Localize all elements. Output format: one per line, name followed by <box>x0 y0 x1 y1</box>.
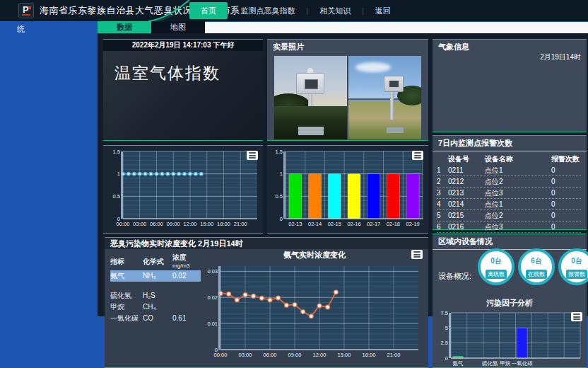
photo2-station-base <box>387 127 404 133</box>
weather-date: 2月19日14时 <box>540 52 581 62</box>
svg-text:02-16: 02-16 <box>347 221 360 227</box>
chart-menu-icon[interactable] <box>247 151 258 160</box>
site-photo-1 <box>274 56 347 139</box>
chart-menu-icon[interactable] <box>412 151 423 160</box>
datetime-banner: 2022年2月19日 14:17:03 下午好 <box>103 40 263 51</box>
site-photo-2 <box>348 56 421 139</box>
top-bar: P 海南省乐东黎族自治县大气恶臭状况实时发布系 首页|监测点恶臭指数|相关知识|… <box>0 0 588 21</box>
svg-text:0.5: 0.5 <box>276 193 283 200</box>
app-title-overflow: 统 <box>17 24 25 35</box>
photo2-ground <box>348 101 421 139</box>
daily-index-bar-chart-panel: 00.511.502-1302-1402-1502-1602-1702-1802… <box>267 145 428 234</box>
svg-text:03:00: 03:00 <box>133 221 146 227</box>
pollutant-table-row[interactable]: 甲烷CH₄ <box>110 301 201 313</box>
svg-text:0: 0 <box>445 355 448 362</box>
svg-text:02-18: 02-18 <box>387 221 400 227</box>
tab-2[interactable]: 地图 <box>151 21 205 33</box>
svg-text:02-13: 02-13 <box>288 221 302 227</box>
nav-item-2[interactable]: 监测点恶臭指数 <box>230 2 307 19</box>
photo1-station-base <box>298 127 324 135</box>
svg-text:0.03: 0.03 <box>207 268 218 275</box>
svg-text:7.5: 7.5 <box>441 310 448 316</box>
pollution-factor-title: 污染因子分析 <box>433 298 587 309</box>
device-stat-count: 6台 <box>521 256 552 266</box>
pollutant-concentration-panel: 恶臭污染物实时浓度变化 2月19日14时 指标化学式浓度mg/m3氨气NH₃0.… <box>105 237 428 368</box>
nav-item-1[interactable]: 首页 <box>189 2 228 19</box>
svg-text:氨气: 氨气 <box>453 360 464 367</box>
device-status-panel: 区域内设备情况 设备概况: 0台离线数6台在线数0台报警数 污染因子分析 02.… <box>433 234 587 368</box>
greenhouse-line-chart: 00.511.500:0003:0006:0009:0012:0015:0018… <box>103 146 263 233</box>
alarm-count-title: 7日内监测点报警次数 <box>433 136 587 151</box>
app-logo: P <box>18 3 34 18</box>
logo-red-dot <box>28 6 31 9</box>
alarm-table-header: 设备号设备名称报警次数 <box>437 154 581 165</box>
daily-index-bar-chart: 00.511.502-1302-1402-1502-1602-1702-1802… <box>267 146 428 233</box>
svg-text:0.5: 0.5 <box>113 193 120 200</box>
device-status-title: 区域内设备情况 <box>433 234 587 250</box>
svg-text:02-14: 02-14 <box>308 221 322 227</box>
pollutant-table: 指标化学式浓度mg/m3氨气NH₃0.02硫化氢H₂S甲烷CH₄一氧化碳CO0.… <box>110 253 201 324</box>
svg-text:06:00: 06:00 <box>150 221 163 227</box>
device-stat-count: 0台 <box>561 256 588 266</box>
tab-1[interactable]: 数据 <box>98 21 151 33</box>
svg-text:06:00: 06:00 <box>264 352 277 358</box>
alarm-table-row: 50215点位20 <box>437 210 581 222</box>
svg-text:1: 1 <box>117 171 120 177</box>
alarm-table-row: 30213点位30 <box>437 188 581 199</box>
weather-panel: 气象信息 2月19日14时 <box>433 39 587 132</box>
svg-text:0.01: 0.01 <box>207 321 218 327</box>
pollutant-table-row[interactable]: 硫化氢H₂S <box>110 290 201 301</box>
alarm-count-panel: 7日内监测点报警次数 设备号设备名称报警次数10211点位1020212点位20… <box>433 135 587 230</box>
photo2-station-box <box>384 76 404 92</box>
svg-text:21:00: 21:00 <box>387 352 401 358</box>
svg-text:12:00: 12:00 <box>313 352 327 358</box>
site-photos-panel: 实景照片 <box>267 39 428 141</box>
greenhouse-line-chart-panel: 00.511.500:0003:0006:0009:0012:0015:0018… <box>103 145 263 234</box>
view-tabs: 数据地图 <box>98 21 205 33</box>
device-stat-circles: 0台离线数6台在线数0台报警数 <box>478 248 588 285</box>
device-stat-count: 0台 <box>481 256 512 266</box>
weather-title: 气象信息 <box>433 40 587 52</box>
alarm-table-row: 60216点位30 <box>437 222 581 233</box>
alarm-table-row: 40214点位10 <box>437 199 581 210</box>
svg-text:02-15: 02-15 <box>328 221 341 227</box>
svg-text:15:00: 15:00 <box>200 221 213 227</box>
device-stat-circle-3: 0台报警数 <box>558 248 588 285</box>
chart-menu-icon[interactable] <box>411 250 423 259</box>
pollution-factor-chart-area: 02.557.5氨气硫化氢甲烷一氧化碳 <box>435 309 584 368</box>
svg-text:1: 1 <box>280 171 283 177</box>
svg-text:2.5: 2.5 <box>441 340 448 346</box>
pollutant-table-row[interactable]: 氨气NH₃0.02 <box>110 270 201 282</box>
svg-text:02-17: 02-17 <box>367 221 380 227</box>
nav-item-3[interactable]: 相关知识 <box>308 2 362 19</box>
greenhouse-index-body: 温室气体指数 <box>103 51 263 140</box>
alarm-table: 设备号设备名称报警次数10211点位1020212点位2030213点位3040… <box>437 154 581 233</box>
ammonia-line-chart: 00.010.020.0300:0003:0006:0009:0012:0015… <box>204 260 425 365</box>
site-photos-title: 实景照片 <box>267 40 428 52</box>
chart-menu-icon[interactable] <box>571 312 582 321</box>
site-photos <box>274 56 421 139</box>
alarm-table-row: 10211点位10 <box>437 165 581 176</box>
content-top-strip <box>205 22 588 33</box>
alarm-table-row: 20212点位20 <box>437 176 581 188</box>
pollutant-table-row[interactable]: 一氧化碳CO0.61 <box>110 313 201 324</box>
ammonia-chart-title: 氨气实时浓度变化 <box>204 249 425 260</box>
device-stat-label: 在线数 <box>526 270 547 279</box>
svg-text:0: 0 <box>280 216 283 222</box>
main-nav: 首页|监测点恶臭指数|相关知识|返回 <box>189 2 402 19</box>
logo-red-bar <box>22 14 30 16</box>
svg-text:18:00: 18:00 <box>363 352 376 358</box>
svg-text:15:00: 15:00 <box>338 352 351 358</box>
svg-text:1.5: 1.5 <box>113 149 120 155</box>
svg-text:09:00: 09:00 <box>288 352 302 358</box>
device-stat-circle-2: 6台在线数 <box>518 248 555 285</box>
ammonia-chart-area: 氨气实时浓度变化 00.010.020.0300:0003:0006:0009:… <box>204 249 425 368</box>
greenhouse-index-title: 温室气体指数 <box>103 51 263 84</box>
svg-text:硫化氢: 硫化氢 <box>482 360 498 367</box>
svg-text:02-19: 02-19 <box>406 221 420 227</box>
svg-text:12:00: 12:00 <box>184 221 197 227</box>
dashboard-root: P 海南省乐东黎族自治县大气恶臭状况实时发布系 首页|监测点恶臭指数|相关知识|… <box>0 0 588 368</box>
photo1-station-box <box>296 73 324 94</box>
nav-item-4[interactable]: 返回 <box>364 2 402 19</box>
photo1-station-screen <box>305 79 318 89</box>
